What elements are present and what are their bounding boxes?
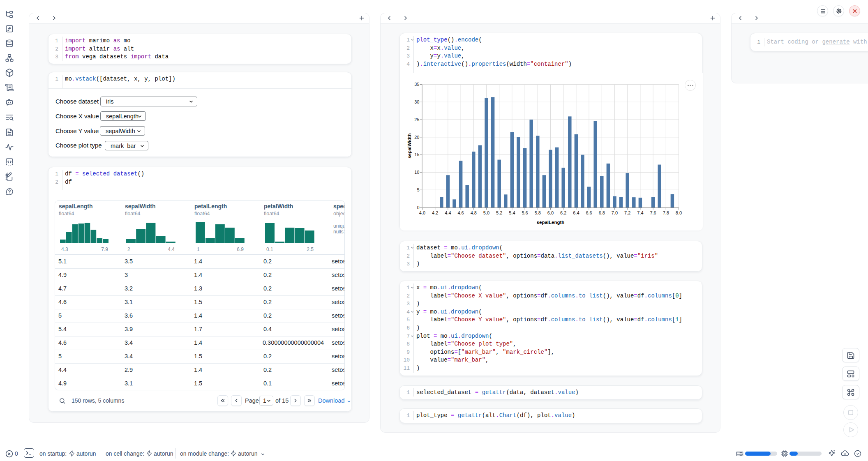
svg-text:6.4: 6.4 — [573, 210, 579, 215]
svg-text:15: 15 — [414, 152, 419, 157]
svg-text:10: 10 — [414, 170, 419, 175]
svg-text:6.6: 6.6 — [586, 210, 592, 215]
svg-text:0: 0 — [417, 205, 419, 210]
svg-text:6.2: 6.2 — [560, 210, 566, 215]
svg-text:5.2: 5.2 — [496, 210, 502, 215]
svg-text:6.0: 6.0 — [547, 210, 554, 215]
svg-text:7.6: 7.6 — [650, 210, 656, 215]
svg-text:8.0: 8.0 — [676, 210, 682, 215]
svg-text:20: 20 — [414, 135, 419, 140]
svg-text:4.8: 4.8 — [471, 210, 477, 215]
svg-text:5.4: 5.4 — [509, 210, 515, 215]
svg-text:6.8: 6.8 — [599, 210, 605, 215]
svg-text:5.8: 5.8 — [535, 210, 541, 215]
svg-text:35: 35 — [414, 82, 419, 87]
svg-text:7.8: 7.8 — [663, 210, 669, 215]
svg-text:4.4: 4.4 — [445, 210, 451, 215]
svg-text:5.0: 5.0 — [483, 210, 489, 215]
svg-text:7.2: 7.2 — [624, 210, 630, 215]
svg-text:sepalWidth: sepalWidth — [407, 134, 412, 159]
svg-text:5: 5 — [417, 187, 419, 192]
svg-text:7.0: 7.0 — [612, 210, 618, 215]
svg-text:25: 25 — [414, 117, 419, 122]
svg-text:4.6: 4.6 — [457, 210, 464, 215]
svg-text:4.2: 4.2 — [432, 210, 438, 215]
svg-text:4.0: 4.0 — [419, 210, 425, 215]
svg-text:sepalLength: sepalLength — [537, 220, 565, 225]
svg-text:7.4: 7.4 — [637, 210, 643, 215]
svg-text:5.6: 5.6 — [522, 210, 528, 215]
svg-text:30: 30 — [414, 99, 419, 104]
